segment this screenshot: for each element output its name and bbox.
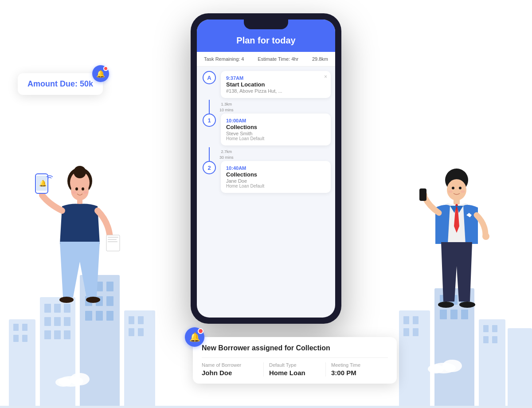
connector-line-col-1 xyxy=(203,100,216,114)
time-1: 10:00AM xyxy=(226,118,325,123)
svg-rect-3 xyxy=(13,335,19,342)
notification-bell-icon: 🔔 xyxy=(92,65,109,82)
svg-point-76 xyxy=(459,187,462,189)
time-2: 10:40AM xyxy=(226,165,325,171)
borrower-info-grid: Name of Borrower John Doe Default Type H… xyxy=(202,357,388,377)
borrower-default-label: Default Type xyxy=(269,362,320,368)
start-title: Start Location xyxy=(226,81,325,88)
route-left-2: 2 xyxy=(201,161,217,174)
route-item-a: A × 9:37AM Start Location #138, Above Pi… xyxy=(201,71,331,100)
title-2: Collections xyxy=(226,171,325,178)
borrower-bell-dot xyxy=(198,328,203,334)
svg-point-57 xyxy=(74,166,86,178)
borrower-meeting-label: Meeting Time xyxy=(331,362,383,368)
phone-screen: Plan for today Task Remaining: 4 Estimat… xyxy=(197,20,335,318)
connector-vline-1 xyxy=(209,100,210,114)
type-2: Home Loan Default xyxy=(226,184,325,188)
task-remaining: Task Remaining: 4 xyxy=(204,56,244,62)
svg-point-60 xyxy=(82,188,84,191)
bell-symbol: 🔔 xyxy=(96,70,105,78)
connector-1: 1.3km 10 mins xyxy=(201,100,331,114)
borrower-meeting-col: Meeting Time 3:00 PM xyxy=(326,362,388,377)
name-1: Steve Smith xyxy=(226,131,325,136)
svg-point-51 xyxy=(55,378,71,387)
svg-point-83 xyxy=(438,302,454,308)
title-1: Collections xyxy=(226,124,325,130)
route-item-1: 1 10:00AM Collections Steve Smith Home L… xyxy=(201,114,331,147)
svg-point-62 xyxy=(83,191,88,194)
connector-time-2: 30 mins xyxy=(219,155,234,160)
borrower-name-label: Name of Borrower xyxy=(202,362,258,368)
left-person-figure: 🔔 xyxy=(27,155,133,377)
route-left-1: 1 xyxy=(201,114,217,127)
svg-text:🔔: 🔔 xyxy=(39,180,47,187)
svg-rect-48 xyxy=(0,406,532,408)
svg-rect-47 xyxy=(508,328,532,408)
borrower-notification-title: New Borrower assigned for Collection xyxy=(202,344,388,352)
bell-notification-dot xyxy=(103,66,108,71)
svg-point-84 xyxy=(459,302,475,308)
distance: 29.8km xyxy=(312,56,328,62)
route-item-2: 2 10:40AM Collections Jane Doe Home Loan… xyxy=(201,161,331,195)
route-left-a: A xyxy=(201,71,217,84)
phone-mockup: Plan for today Task Remaining: 4 Estimat… xyxy=(191,13,341,324)
svg-point-58 xyxy=(71,181,89,200)
svg-rect-27 xyxy=(138,316,144,324)
borrower-meeting-value: 3:00 PM xyxy=(331,369,383,377)
borrower-bell-icon: 🔔 xyxy=(185,327,204,347)
svg-rect-63 xyxy=(77,198,82,204)
svg-rect-79 xyxy=(454,198,460,204)
start-time: 9:37AM xyxy=(226,75,325,81)
svg-rect-70 xyxy=(108,241,117,242)
notification-borrower-card: 🔔 New Borrower assigned for Collection N… xyxy=(193,337,397,384)
phone-notch xyxy=(244,20,288,29)
route-card-2: 10:40AM Collections Jane Doe Home Loan D… xyxy=(221,161,331,193)
svg-point-75 xyxy=(452,187,454,189)
svg-rect-69 xyxy=(108,239,117,240)
amount-due-text: Amount Due: 50k xyxy=(27,79,93,89)
svg-rect-68 xyxy=(108,237,118,238)
svg-rect-81 xyxy=(419,188,426,201)
svg-rect-1 xyxy=(13,324,19,331)
connector-time-1: 10 mins xyxy=(219,108,234,112)
connector-vline-2 xyxy=(209,147,210,161)
type-1: Home Loan Default xyxy=(226,136,325,141)
estimate-time: Estimate Time: 4hr xyxy=(258,56,298,62)
svg-rect-29 xyxy=(138,328,144,336)
svg-point-77 xyxy=(448,190,453,193)
svg-point-71 xyxy=(59,297,74,303)
start-address: #138, Above Pizza Hut, ... xyxy=(226,88,325,94)
borrower-default-value: Home Loan xyxy=(269,369,320,377)
phone-body: A × 9:37AM Start Location #138, Above Pi… xyxy=(197,67,335,318)
connector-dist-2: 2.7km xyxy=(221,149,232,154)
right-person-figure xyxy=(403,155,510,377)
borrower-name-col: Name of Borrower John Doe xyxy=(202,362,264,377)
phone-plan-title: Plan for today xyxy=(204,35,328,46)
connector-line-col-2 xyxy=(203,147,216,161)
svg-point-61 xyxy=(72,191,76,194)
route-marker-1: 1 xyxy=(203,114,216,127)
connector-2: 2.7km 30 mins xyxy=(201,147,331,161)
svg-point-74 xyxy=(447,179,466,200)
route-marker-a: A xyxy=(203,71,216,84)
connector-dist-1: 1.3km xyxy=(221,102,232,106)
svg-point-78 xyxy=(461,190,465,193)
route-card-1: 10:00AM Collections Steve Smith Home Loa… xyxy=(221,114,331,145)
svg-point-82 xyxy=(482,233,489,240)
name-2: Jane Doe xyxy=(226,178,325,184)
close-icon-a[interactable]: × xyxy=(324,74,327,80)
borrower-default-col: Default Type Home Loan xyxy=(264,362,326,377)
borrower-name-value: John Doe xyxy=(202,369,258,377)
notification-amount-card: Amount Due: 50k 🔔 xyxy=(18,73,103,95)
svg-point-59 xyxy=(75,188,78,191)
svg-point-72 xyxy=(86,297,100,303)
connector-text-1: 1.3km 10 mins xyxy=(219,100,234,114)
route-card-start: × 9:37AM Start Location #138, Above Pizz… xyxy=(221,71,331,98)
route-marker-2: 2 xyxy=(203,161,216,174)
phone-stats-bar: Task Remaining: 4 Estimate Time: 4hr 29.… xyxy=(197,52,335,67)
connector-text-2: 2.7km 30 mins xyxy=(219,147,234,161)
